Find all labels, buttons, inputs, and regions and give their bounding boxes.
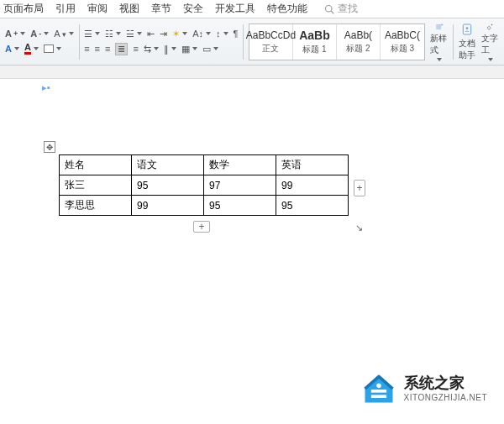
table-header-cell[interactable]: 数学 bbox=[204, 155, 276, 175]
add-row-button[interactable]: + bbox=[193, 221, 210, 233]
decrease-indent-button[interactable]: ⇤ bbox=[147, 29, 155, 39]
tab-developer[interactable]: 开发工具 bbox=[215, 2, 255, 16]
svg-point-7 bbox=[491, 24, 493, 25]
doc-helper-button[interactable]: 文档助手 bbox=[459, 23, 476, 61]
tab-references[interactable]: 引用 bbox=[55, 2, 76, 16]
table-cell[interactable]: 99 bbox=[276, 175, 349, 196]
svg-rect-9 bbox=[370, 395, 386, 398]
svg-rect-3 bbox=[436, 26, 441, 27]
change-case-button[interactable]: A▾ bbox=[54, 29, 73, 39]
line-height-button[interactable]: ‖ bbox=[164, 44, 176, 55]
table-container: ✥ 姓名 语文 数学 英语 张三 95 97 99 李思思 99 95 95 +… bbox=[59, 154, 349, 216]
ribbon-content: A+ A- A▾ A A ☰ ☷ ☱ ⇤ ⇥ ✶ A↕ ↕ ¶ ≡ ≡ ≡ ≣ … bbox=[0, 18, 504, 65]
style-gallery: AaBbCcDd 正文 AaBb 标题 1 AaBb( 标题 2 AaBbC( … bbox=[249, 24, 425, 60]
svg-point-6 bbox=[466, 27, 469, 29]
ruler bbox=[0, 65, 504, 79]
style-normal[interactable]: AaBbCcDd 正文 bbox=[249, 24, 293, 60]
font-size-increase-button[interactable]: A+ bbox=[5, 29, 25, 39]
table-cell[interactable]: 99 bbox=[132, 196, 204, 216]
align-justify-button[interactable]: ≣ bbox=[115, 43, 128, 55]
table-move-handle[interactable]: ✥ bbox=[44, 141, 55, 153]
style-label: 正文 bbox=[262, 43, 279, 55]
watermark-url: XITONGZHIJIA.NET bbox=[404, 393, 488, 403]
svg-rect-8 bbox=[370, 390, 386, 393]
text-effects-button[interactable]: ✶ bbox=[172, 29, 187, 39]
new-style-button[interactable]: 新样式 bbox=[430, 23, 448, 61]
font-size-decrease-button[interactable]: A- bbox=[30, 29, 49, 39]
shading-button[interactable] bbox=[44, 44, 61, 53]
document-area: ▸▪ ✥ 姓名 语文 数学 英语 张三 95 97 99 李思思 99 95 9… bbox=[0, 79, 504, 415]
doc-helper-icon bbox=[459, 23, 475, 36]
borders-button[interactable]: ▦ bbox=[181, 44, 197, 55]
style-preview: AaBb bbox=[299, 29, 330, 42]
style-heading3[interactable]: AaBbC( 标题 3 bbox=[381, 24, 424, 60]
table-cell[interactable]: 95 bbox=[276, 196, 349, 216]
paragraph-group: ☰ ☷ ☱ ⇤ ⇥ ✶ A↕ ↕ ¶ ≡ ≡ ≡ ≣ ≡ ⇆ ‖ ▦ ▭ bbox=[84, 29, 238, 55]
data-table[interactable]: 姓名 语文 数学 英语 张三 95 97 99 李思思 99 95 95 bbox=[59, 154, 349, 216]
table-row[interactable]: 张三 95 97 99 bbox=[60, 175, 349, 196]
align-right-button[interactable]: ≡ bbox=[105, 44, 110, 54]
table-row[interactable]: 姓名 语文 数学 英语 bbox=[60, 155, 349, 175]
show-marks-button[interactable]: ¶ bbox=[234, 29, 239, 39]
svg-rect-4 bbox=[436, 28, 441, 29]
house-icon bbox=[360, 370, 397, 407]
text-tool-button[interactable]: 文字工 bbox=[481, 23, 499, 61]
style-preview: AaBbCcDd bbox=[246, 29, 296, 41]
increase-indent-button[interactable]: ⇥ bbox=[160, 29, 167, 39]
table-cell[interactable]: 张三 bbox=[60, 175, 132, 196]
svg-line-1 bbox=[331, 11, 333, 13]
tab-page-layout[interactable]: 页面布局 bbox=[3, 2, 44, 16]
style-heading1[interactable]: AaBb 标题 1 bbox=[293, 24, 337, 60]
table-cell[interactable]: 李思思 bbox=[60, 196, 132, 216]
page-corner-icon: ▸▪ bbox=[42, 82, 50, 93]
ribbon-tabs: 页面布局 引用 审阅 视图 章节 安全 开发工具 特色功能 查找 bbox=[0, 0, 504, 18]
tab-special[interactable]: 特色功能 bbox=[267, 2, 307, 16]
table-header-cell[interactable]: 英语 bbox=[276, 155, 349, 175]
table-row[interactable]: 李思思 99 95 95 bbox=[60, 196, 349, 216]
watermark-title: 系统之家 bbox=[404, 374, 488, 393]
tab-view[interactable]: 视图 bbox=[119, 2, 139, 16]
table-header-cell[interactable]: 姓名 bbox=[60, 155, 132, 175]
distribute-button[interactable]: ≡ bbox=[133, 44, 138, 54]
doc-helper-label: 文档助手 bbox=[459, 38, 476, 61]
search-box[interactable]: 查找 bbox=[324, 2, 358, 16]
highlight-color-button[interactable]: A bbox=[5, 44, 19, 54]
font-format-group: A+ A- A▾ A A bbox=[5, 29, 74, 55]
style-label: 标题 3 bbox=[391, 43, 414, 55]
table-cell[interactable]: 97 bbox=[204, 175, 276, 196]
tab-review[interactable]: 审阅 bbox=[87, 2, 108, 16]
svg-point-10 bbox=[376, 384, 381, 389]
tab-security[interactable]: 安全 bbox=[183, 2, 203, 16]
indent-button[interactable]: ⇆ bbox=[144, 44, 159, 55]
style-label: 标题 1 bbox=[302, 44, 326, 55]
style-preview: AaBbC( bbox=[385, 29, 420, 41]
text-tool-label: 文字工 bbox=[481, 33, 499, 56]
add-column-button[interactable]: + bbox=[354, 180, 365, 196]
style-heading2[interactable]: AaBb( 标题 2 bbox=[337, 24, 381, 60]
table-resize-handle[interactable]: ↘ bbox=[355, 222, 365, 233]
style-preview: AaBb( bbox=[344, 29, 372, 41]
svg-rect-2 bbox=[436, 24, 441, 25]
table-cell[interactable]: 95 bbox=[204, 196, 276, 216]
text-tool-icon bbox=[482, 23, 497, 31]
search-icon bbox=[324, 4, 334, 14]
multilevel-list-button[interactable]: ☱ bbox=[126, 29, 142, 39]
new-style-icon bbox=[432, 23, 447, 31]
style-label: 标题 2 bbox=[346, 43, 370, 55]
bullet-list-button[interactable]: ☰ bbox=[84, 29, 100, 39]
align-center-button[interactable]: ≡ bbox=[95, 44, 100, 54]
table-header-cell[interactable]: 语文 bbox=[132, 155, 204, 175]
new-style-label: 新样式 bbox=[430, 33, 448, 56]
sort-button[interactable]: A↕ bbox=[192, 29, 211, 39]
line-spacing-button[interactable]: ↕ bbox=[216, 29, 228, 39]
svg-point-0 bbox=[326, 5, 333, 12]
search-placeholder: 查找 bbox=[338, 2, 358, 16]
number-list-button[interactable]: ☷ bbox=[105, 29, 121, 39]
table-cell[interactable]: 95 bbox=[132, 175, 204, 196]
fill-button[interactable]: ▭ bbox=[202, 44, 218, 55]
tab-sections[interactable]: 章节 bbox=[151, 2, 171, 16]
font-color-button[interactable]: A bbox=[24, 42, 39, 55]
align-left-button[interactable]: ≡ bbox=[84, 44, 89, 54]
watermark-logo: 系统之家 XITONGZHIJIA.NET bbox=[360, 370, 488, 407]
